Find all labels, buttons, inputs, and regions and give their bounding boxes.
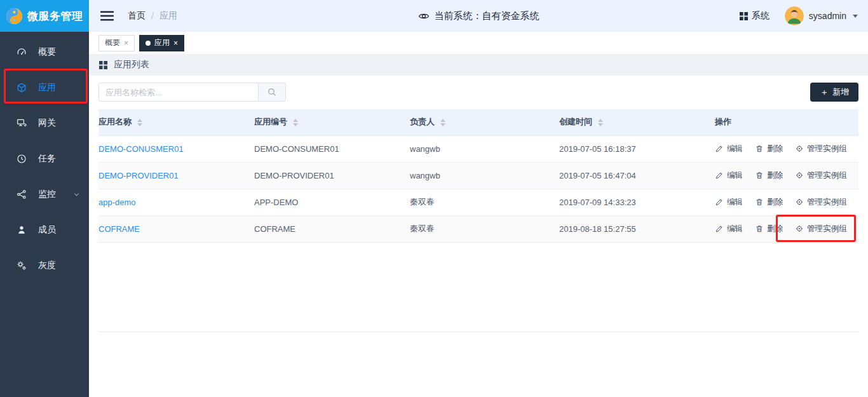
pencil-icon — [715, 224, 724, 233]
column-header-actions: 操作 — [715, 109, 858, 135]
breadcrumb-separator: / — [151, 11, 154, 21]
table-row: DEMO-PROVIDER01 DEMO-PROVIDER01 wangwb 2… — [98, 162, 858, 189]
breadcrumb: 首页 / 应用 — [128, 10, 177, 22]
sidebar-item-label: 应用 — [38, 82, 56, 93]
app-code-cell: DEMO-PROVIDER01 — [254, 162, 410, 189]
sidebar-item-applications[interactable]: 应用 — [0, 70, 89, 105]
close-icon[interactable]: × — [124, 39, 128, 47]
sidebar-item-label: 概要 — [38, 46, 56, 58]
sidebar-item-monitoring[interactable]: 监控 — [0, 177, 89, 212]
delete-button[interactable]: 删除 — [755, 197, 783, 208]
tab-overview[interactable]: 概要 × — [98, 35, 135, 51]
app-title: 微服务管理 — [27, 9, 83, 24]
sidebar-item-gateway[interactable]: 网关 — [0, 105, 89, 141]
system-menu[interactable]: 系统 — [740, 10, 770, 22]
sidebar-item-label: 网关 — [38, 118, 56, 129]
hamburger-menu-icon[interactable] — [95, 6, 119, 26]
column-header-app-name[interactable]: 应用名称 — [98, 109, 254, 135]
trash-icon — [755, 198, 764, 206]
sidebar-item-members[interactable]: 成员 — [0, 212, 89, 248]
sidebar-item-tasks[interactable]: 任务 — [0, 141, 89, 177]
column-header-app-code[interactable]: 应用编号 — [254, 109, 410, 135]
add-button[interactable]: ＋ 新增 — [810, 83, 858, 102]
app-name-link[interactable]: DEMO-PROVIDER01 — [98, 171, 179, 180]
row-actions: 编辑 删除 管理实例组 — [715, 224, 858, 234]
cube-icon — [16, 82, 27, 93]
clock-icon — [16, 153, 27, 165]
system-menu-label: 系统 — [752, 10, 770, 22]
search-group — [98, 83, 286, 102]
sidebar-nav: 概要 应用 网关 — [0, 32, 89, 283]
active-dot — [146, 41, 151, 46]
table-header-row: 应用名称 应用编号 负责人 创建时间 — [98, 109, 858, 135]
sort-carets-icon — [440, 119, 445, 126]
delete-button[interactable]: 删除 — [755, 224, 783, 234]
target-icon — [795, 144, 804, 153]
edit-button[interactable]: 编辑 — [715, 224, 743, 234]
edit-button[interactable]: 编辑 — [715, 170, 743, 181]
pencil-icon — [715, 171, 724, 180]
app-name-link[interactable]: COFRAME — [98, 224, 140, 234]
search-button[interactable] — [259, 83, 286, 102]
column-header-owner[interactable]: 负责人 — [410, 109, 559, 135]
sidebar-item-gray-release[interactable]: 灰度 — [0, 248, 89, 283]
breadcrumb-home[interactable]: 首页 — [128, 10, 146, 22]
app-logo[interactable]: 微服务管理 — [0, 0, 89, 32]
content: ＋ 新增 应用名称 应用编号 负责人 — [89, 76, 868, 397]
sidebar-item-label: 监控 — [38, 189, 56, 200]
current-system-indicator: 当前系统：自有资金系统 — [418, 10, 539, 22]
row-actions: 编辑 删除 管理实例组 — [715, 144, 858, 154]
search-icon — [267, 87, 277, 97]
caret-down-icon — [853, 15, 858, 18]
edit-button[interactable]: 编辑 — [715, 144, 743, 154]
table-row: app-demo APP-DEMO 秦双春 2019-07-09 14:33:2… — [98, 189, 858, 215]
breadcrumb-current: 应用 — [159, 10, 177, 22]
created-cell: 2019-08-18 15:27:55 — [559, 215, 715, 242]
trash-icon — [755, 224, 764, 233]
eye-icon — [418, 10, 430, 22]
sidebar-item-overview[interactable]: 概要 — [0, 34, 89, 70]
target-icon — [795, 171, 804, 180]
edit-button[interactable]: 编辑 — [715, 197, 743, 208]
row-actions: 编辑 删除 管理实例组 — [715, 170, 858, 181]
created-cell: 2019-07-09 14:33:23 — [559, 189, 715, 215]
gauge-icon — [16, 46, 27, 58]
applications-table: 应用名称 应用编号 负责人 创建时间 — [98, 109, 858, 243]
app-name-link[interactable]: DEMO-CONUSMER01 — [98, 144, 184, 154]
owner-cell: 秦双春 — [410, 215, 559, 242]
gears-icon — [16, 260, 27, 271]
search-input[interactable] — [98, 83, 259, 102]
trash-icon — [755, 171, 764, 180]
tab-label: 概要 — [105, 37, 120, 48]
member-icon — [16, 224, 27, 236]
target-icon — [795, 224, 804, 233]
tab-applications[interactable]: 应用 × — [139, 35, 184, 51]
owner-cell: wangwb — [410, 135, 559, 162]
table-row: COFRAME COFRAME 秦双春 2019-08-18 15:27:55 … — [98, 215, 858, 242]
app-code-cell: APP-DEMO — [254, 189, 410, 215]
delete-button[interactable]: 删除 — [755, 144, 783, 154]
owner-cell: 秦双春 — [410, 189, 559, 215]
close-icon[interactable]: × — [173, 39, 178, 47]
delete-button[interactable]: 删除 — [755, 170, 783, 181]
sort-carets-icon — [598, 119, 603, 126]
user-menu[interactable]: sysadmin — [785, 6, 858, 25]
manage-instance-group-button[interactable]: 管理实例组 — [795, 144, 847, 154]
sort-carets-icon — [137, 119, 142, 126]
sidebar-item-label: 任务 — [38, 153, 56, 165]
manage-instance-group-button[interactable]: 管理实例组 — [795, 170, 847, 181]
toolbar: ＋ 新增 — [98, 76, 858, 109]
pencil-icon — [715, 198, 724, 206]
trash-icon — [755, 144, 764, 153]
content-divider — [98, 332, 858, 332]
target-icon — [795, 198, 804, 206]
pencil-icon — [715, 144, 724, 153]
app-code-cell: DEMO-CONSUMER01 — [254, 135, 410, 162]
plus-icon: ＋ — [820, 88, 829, 97]
manage-instance-group-button[interactable]: 管理实例组 — [795, 197, 847, 208]
top-header: 首页 / 应用 当前系统：自有资金系统 系统 — [89, 0, 868, 32]
app-name-link[interactable]: app-demo — [98, 198, 136, 207]
manage-instance-group-button[interactable]: 管理实例组 — [795, 224, 847, 234]
sort-carets-icon — [293, 119, 298, 126]
column-header-created[interactable]: 创建时间 — [559, 109, 715, 135]
